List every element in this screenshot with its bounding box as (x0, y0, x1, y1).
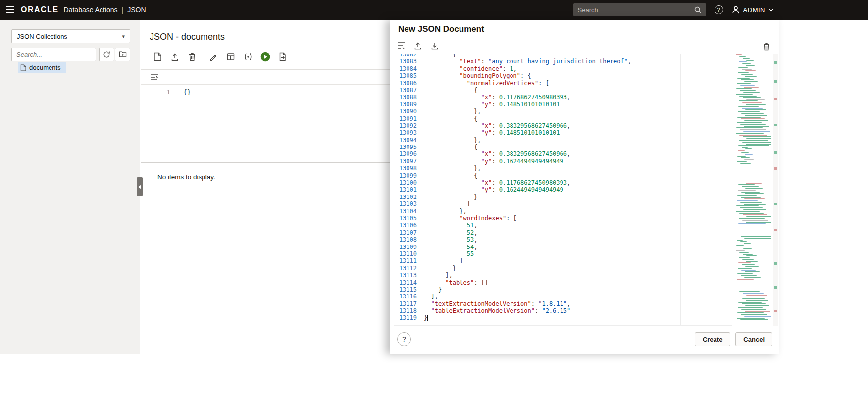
hamburger-icon (5, 6, 14, 13)
title-divider: | (122, 6, 124, 14)
code-line: 13114 "tables": [] (394, 279, 732, 286)
diagram-button[interactable] (226, 52, 236, 62)
code-line: 13115 } (394, 286, 732, 293)
code-line: 13098 }, (394, 165, 732, 172)
code-line: 13100 "x": 0.11768627450980393, (394, 179, 732, 186)
screen: ORACLE Database Actions | JSON ? ADMIN (0, 0, 868, 396)
document-editor-lines: 13082 {13083 "text": "any court having j… (394, 54, 732, 322)
code-line: 13109 54, (394, 244, 732, 250)
search-icon[interactable] (694, 6, 702, 14)
code-line: 13106 51, (394, 222, 732, 229)
code-line: 13119} (394, 314, 732, 321)
code-line: 13104 }, (394, 208, 732, 215)
code-line: 13083 "text": "any court having jurisdic… (394, 58, 732, 65)
user-icon (732, 6, 740, 14)
import-document-button[interactable] (170, 52, 180, 62)
text-cursor (427, 315, 428, 321)
code-line: 13092 "x": 0.38329568627450966, (394, 122, 732, 129)
code-line: 13099 { (394, 172, 732, 179)
code-line: 13090 }, (394, 108, 732, 115)
format-json-button[interactable] (396, 41, 406, 50)
section-title: JSON (127, 6, 146, 14)
global-search (573, 3, 706, 16)
top-bar: ORACLE Database Actions | JSON ? ADMIN (0, 0, 868, 20)
download-file-button[interactable] (430, 41, 440, 50)
code-line: 13107 52, (394, 229, 732, 236)
code-line: 13113 ], (394, 272, 732, 279)
code-line: 13087 { (394, 87, 732, 94)
dialog-footer: ? Create Cancel (390, 327, 779, 351)
code-line: 13089 "y": 0.148510101010101 (394, 101, 732, 108)
sidebar: JSON Collections ▾ documents (0, 20, 140, 354)
run-query-button[interactable] (260, 52, 270, 62)
code-line: 13117 "textExtractionModelVersion": "1.8… (394, 300, 732, 307)
collection-toolbar (153, 50, 288, 64)
menu-button[interactable] (0, 0, 20, 20)
code-line: 13096 "x": 0.38329568627450966, (394, 150, 732, 157)
code-line: 13103 ] (394, 200, 732, 207)
topbar-right-cluster: ? ADMIN (573, 0, 774, 20)
code-line: 13105 "wordIndexes": [ (394, 215, 732, 222)
upload-file-button[interactable] (413, 41, 423, 50)
code-line: 13095 { (394, 144, 732, 150)
code-line: 13093 "y": 0.148510101010101 (394, 129, 732, 136)
dialog-title: New JSON Document (398, 24, 484, 34)
empty-results-message: No items to display. (157, 173, 215, 181)
collections-select-label: JSON Collections (17, 33, 67, 40)
collections-select[interactable]: JSON Collections ▾ (11, 29, 130, 43)
collections-search-input[interactable] (11, 48, 96, 61)
oracle-logo: ORACLE (21, 5, 59, 14)
export-button[interactable] (278, 52, 288, 62)
code-line: 13111 ] (394, 257, 732, 264)
clear-document-button[interactable] (762, 42, 771, 51)
code-line: 13097 "y": 0.1624494949494949 (394, 158, 732, 165)
refresh-button[interactable] (99, 48, 114, 61)
code-line: 13101 "y": 0.1624494949494949 (394, 186, 732, 193)
overview-ruler[interactable] (773, 54, 778, 326)
create-button[interactable]: Create (695, 332, 730, 346)
delete-button[interactable] (187, 52, 197, 62)
app-title: Database Actions (64, 6, 118, 14)
document-editor[interactable]: 13082 {13083 "text": "any court having j… (394, 54, 732, 326)
code-line: 13118 "tableExtractionModelVersion": "2.… (394, 307, 732, 314)
code-line: 13110 55 (394, 250, 732, 257)
sidebar-collapse-handle[interactable] (137, 177, 143, 196)
global-search-input[interactable] (578, 6, 694, 14)
chevron-down-icon (768, 8, 774, 12)
user-menu[interactable]: ADMIN (732, 6, 774, 14)
code-line: 13108 53, (394, 236, 732, 243)
chevron-down-icon: ▾ (122, 33, 125, 40)
refresh-icon (103, 51, 110, 58)
help-icon[interactable]: ? (715, 5, 723, 14)
code-line: 13088 "x": 0.11768627450980393, (394, 94, 732, 100)
code-line: 13102 } (394, 194, 732, 200)
chevron-left-icon (138, 185, 141, 189)
query-line-number: 1 (141, 88, 175, 96)
code-line: 13082 { (394, 54, 732, 58)
code-line: 13112 } (394, 265, 732, 272)
code-line: 13085 "boundingPolygon": { (394, 72, 732, 79)
code-line: 13094 }, (394, 137, 732, 144)
tree-item-label: documents (29, 64, 61, 71)
folder-plus-icon (119, 51, 127, 58)
new-json-document-dialog: New JSON Document 13082 {13083 (390, 20, 779, 354)
code-line: 13086 "normalizedVertices": [ (394, 80, 732, 87)
user-name: ADMIN (743, 6, 765, 14)
new-collection-button[interactable] (115, 48, 130, 61)
code-line: 13116 ], (394, 293, 732, 300)
document-icon (20, 64, 26, 71)
qbe-button[interactable] (243, 52, 253, 62)
minimap[interactable] (734, 54, 771, 326)
tree-item-documents[interactable]: documents (18, 62, 66, 73)
editor-options-icon[interactable] (150, 72, 159, 82)
code-line: 13084 "confidence": 1, (394, 65, 732, 72)
code-line: 13091 { (394, 115, 732, 122)
dialog-help-button[interactable]: ? (397, 332, 411, 346)
edit-collection-button[interactable] (208, 52, 218, 62)
page-title: JSON - documents (150, 32, 225, 42)
new-document-button[interactable] (153, 52, 162, 62)
dialog-toolbar (396, 41, 440, 50)
cancel-button[interactable]: Cancel (735, 332, 772, 346)
query-code: {} (183, 88, 191, 96)
